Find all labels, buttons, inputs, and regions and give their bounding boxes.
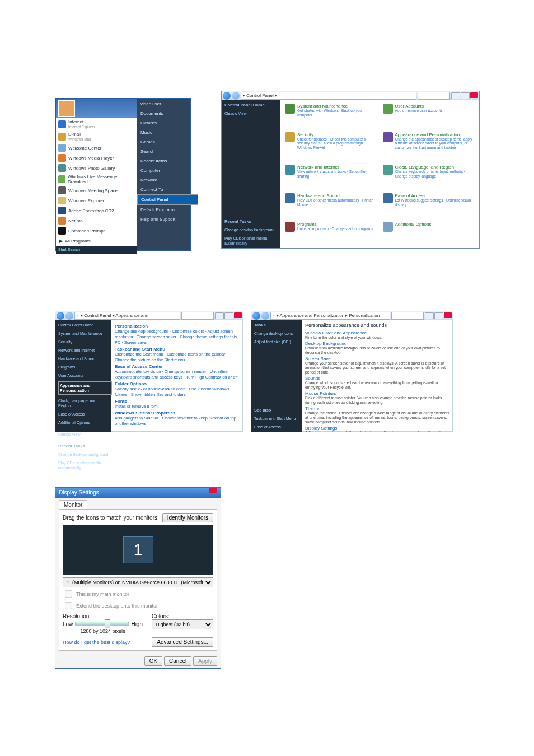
back-button[interactable] <box>223 92 231 100</box>
cp-category[interactable]: Ease of AccessLet Windows suggest settin… <box>383 193 475 220</box>
resolution-slider[interactable] <box>75 622 129 626</box>
start-program[interactable]: InternetInternet Explorer <box>56 118 137 130</box>
section-heading[interactable]: Taskbar and Start Menu <box>115 347 240 352</box>
start-program[interactable]: Adobe Photoshop CS2 <box>56 206 137 216</box>
tab-monitor[interactable]: Monitor <box>59 500 87 509</box>
start-program[interactable]: Welcome Center <box>56 143 137 153</box>
maximize-icon[interactable] <box>461 92 470 99</box>
start-program[interactable]: Windows Photo Gallery <box>56 163 137 173</box>
sidebar-item[interactable]: Appearance and Personalization <box>58 381 112 395</box>
start-right-item[interactable]: Default Programs <box>137 205 190 214</box>
colors-select[interactable]: Highest (32 bit) <box>152 619 213 629</box>
identify-monitors-button[interactable]: Identify Monitors <box>162 513 213 522</box>
see-also-item[interactable]: Ease of Access <box>254 424 299 430</box>
sidebar-item[interactable]: Security <box>58 339 109 344</box>
section-heading[interactable]: Fonts <box>115 399 240 404</box>
forward-button[interactable] <box>232 92 240 100</box>
sidebar-item[interactable]: Clock, Language, and Region <box>58 398 109 408</box>
sidebar-item[interactable]: Classic View <box>58 432 109 437</box>
section-heading[interactable]: Personalization <box>115 324 240 329</box>
close-icon[interactable] <box>444 312 452 318</box>
cp-category[interactable]: Network and InternetView network status … <box>285 165 377 191</box>
search-input[interactable] <box>418 92 450 100</box>
start-right-item[interactable]: Network <box>137 175 190 185</box>
section-links[interactable]: Specify single- or double-click to open … <box>115 386 240 398</box>
cp-category[interactable]: Additional Options <box>383 222 475 245</box>
start-right-item[interactable]: Music <box>137 128 190 137</box>
section-heading[interactable]: Ease of Access Center <box>115 364 240 369</box>
monitor-preview[interactable]: 1 <box>63 525 213 575</box>
cp-category[interactable]: Clock, Language, and RegionChange keyboa… <box>383 165 475 191</box>
cancel-button[interactable]: Cancel <box>164 656 191 666</box>
start-program[interactable]: Windows Media Player <box>56 153 137 163</box>
ok-button[interactable]: OK <box>144 656 162 666</box>
section-links[interactable]: Accommodate low vision · Change screen r… <box>115 369 240 380</box>
sidebar-item[interactable]: Ease of Access <box>58 412 109 417</box>
sidebar-item[interactable]: Control Panel Home <box>58 323 109 328</box>
all-programs[interactable]: ▶ All Programs <box>56 236 137 246</box>
sidebar-item-classic-view[interactable]: Classic View <box>224 111 278 116</box>
recent-task[interactable]: Change desktop background <box>224 227 278 232</box>
back-button[interactable] <box>57 312 64 320</box>
start-program[interactable]: NetInfo <box>56 216 137 226</box>
sidebar-item[interactable]: Additional Options <box>58 420 109 425</box>
personalization-item[interactable]: ThemeChange the theme. Themes can change… <box>305 406 449 424</box>
personalization-item[interactable]: Display SettingsAdjust your monitor reso… <box>305 426 449 432</box>
start-right-item[interactable]: Control Panel <box>137 194 198 205</box>
maximize-icon[interactable] <box>434 312 443 319</box>
recent-task[interactable]: Play CDs or other media automatically <box>58 460 109 470</box>
breadcrumb[interactable]: « ▸ Control Panel ▸ Appearance and Perso… <box>74 312 180 320</box>
search-input[interactable] <box>391 312 424 320</box>
cp-category[interactable]: SecurityCheck for updates · Check this c… <box>285 132 377 162</box>
minimize-icon[interactable] <box>215 312 224 319</box>
personalization-item[interactable]: Desktop BackgroundChoose from available … <box>305 341 449 355</box>
personalization-item[interactable]: SoundsChange which sounds are heard when… <box>305 376 449 390</box>
cp-category[interactable]: Appearance and PersonalizationChange the… <box>383 132 475 162</box>
cp-category[interactable]: Hardware and SoundPlay CDs or other medi… <box>285 193 377 220</box>
start-program[interactable]: Command Prompt <box>56 226 137 236</box>
maximize-icon[interactable] <box>224 312 233 319</box>
personalization-item[interactable]: Screen SaverChange your screen saver or … <box>305 356 449 375</box>
sidebar-item[interactable]: User Accounts <box>58 373 109 378</box>
start-right-item[interactable]: Search <box>137 147 190 156</box>
sidebar-item[interactable]: Hardware and Sound <box>58 356 109 361</box>
start-right-item[interactable]: Recent Items <box>137 156 190 166</box>
close-icon[interactable] <box>470 92 478 98</box>
cp-category[interactable]: ProgramsUninstall a program · Change sta… <box>285 222 377 245</box>
cp-category[interactable]: System and MaintenanceGet started with W… <box>285 104 377 130</box>
help-link[interactable]: How do I get the best display? <box>63 640 130 645</box>
section-heading[interactable]: Folder Options <box>115 381 240 386</box>
recent-task[interactable]: Change desktop background <box>58 452 109 457</box>
advanced-settings-button[interactable]: Advanced Settings... <box>152 637 213 647</box>
start-program[interactable]: Windows Explorer <box>56 195 137 206</box>
personalization-item[interactable]: Window Color and AppearanceFine tune the… <box>305 330 449 340</box>
section-links[interactable]: Add gadgets to Sidebar · Choose whether … <box>115 416 240 427</box>
sidebar-item[interactable]: Programs <box>58 365 109 370</box>
sidebar-item[interactable]: System and Maintenance <box>58 331 109 336</box>
breadcrumb[interactable]: « ▸ Appearance and Personalization ▸ Per… <box>270 312 390 320</box>
sidebar-item[interactable]: Adjust font size (DPI) <box>254 339 299 344</box>
forward-button[interactable] <box>65 312 73 320</box>
see-also-item[interactable]: Taskbar and Start Menu <box>254 416 299 421</box>
start-search-box[interactable]: Start Search <box>56 246 137 254</box>
cp-category[interactable]: User AccountsAdd or remove user accounts <box>383 104 475 130</box>
close-icon[interactable] <box>209 488 217 493</box>
close-icon[interactable] <box>234 312 242 318</box>
section-links[interactable]: Customize the Start menu · Customize ico… <box>115 352 240 363</box>
monitor-select[interactable]: 1. (Multiple Monitors) on NVIDIA GeForce… <box>63 577 213 587</box>
sidebar-item[interactable]: Network and Internet <box>58 348 109 353</box>
start-right-item[interactable]: Pictures <box>137 118 190 128</box>
breadcrumb[interactable]: ▸ Control Panel ▸ <box>241 92 416 100</box>
start-right-item[interactable]: Documents <box>137 109 190 118</box>
section-links[interactable]: Change desktop background · Customize co… <box>115 329 240 346</box>
back-button[interactable] <box>252 312 260 320</box>
start-right-item[interactable]: Connect To <box>137 185 190 194</box>
monitor-1[interactable]: 1 <box>123 536 153 563</box>
forward-button[interactable] <box>261 312 269 320</box>
start-right-item[interactable]: Games <box>137 137 190 147</box>
start-right-item[interactable]: Computer <box>137 166 190 175</box>
personalization-item[interactable]: Mouse PointersPick a different mouse poi… <box>305 391 449 405</box>
start-right-item[interactable]: Help and Support <box>137 214 190 224</box>
start-program[interactable]: E-mailWindows Mail <box>56 130 137 143</box>
start-right-item[interactable]: video user <box>137 99 190 109</box>
